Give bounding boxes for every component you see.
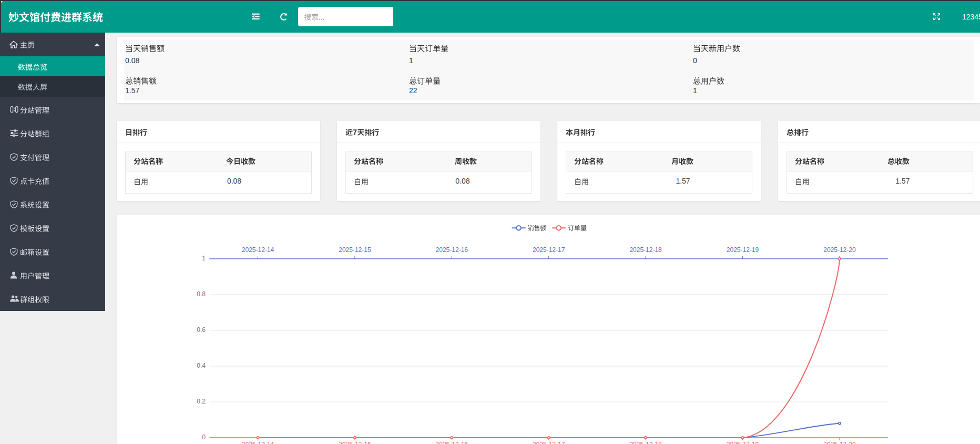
svg-text:0: 0: [202, 433, 206, 441]
svg-text:2025-12-18: 2025-12-18: [629, 441, 662, 444]
svg-text:2025-12-15: 2025-12-15: [339, 441, 371, 444]
svg-text:2025-12-19: 2025-12-19: [727, 441, 759, 444]
svg-text:2025-12-16: 2025-12-16: [436, 246, 468, 254]
svg-text:0.6: 0.6: [197, 326, 206, 334]
svg-text:2025-12-14: 2025-12-14: [242, 246, 274, 254]
svg-text:1: 1: [202, 255, 206, 262]
svg-text:2025-12-14: 2025-12-14: [242, 441, 274, 444]
svg-text:2025-12-20: 2025-12-20: [823, 441, 856, 444]
svg-text:2025-12-16: 2025-12-16: [436, 441, 468, 444]
svg-text:2025-12-18: 2025-12-18: [629, 246, 662, 254]
svg-text:2025-12-15: 2025-12-15: [339, 246, 371, 254]
svg-text:0.8: 0.8: [197, 290, 206, 298]
svg-text:2025-12-17: 2025-12-17: [533, 441, 565, 444]
svg-text:2025-12-19: 2025-12-19: [727, 246, 759, 254]
svg-text:0.2: 0.2: [197, 398, 206, 405]
svg-text:0.4: 0.4: [197, 362, 206, 369]
svg-text:2025-12-20: 2025-12-20: [823, 246, 856, 254]
svg-text:2025-12-17: 2025-12-17: [533, 246, 565, 254]
